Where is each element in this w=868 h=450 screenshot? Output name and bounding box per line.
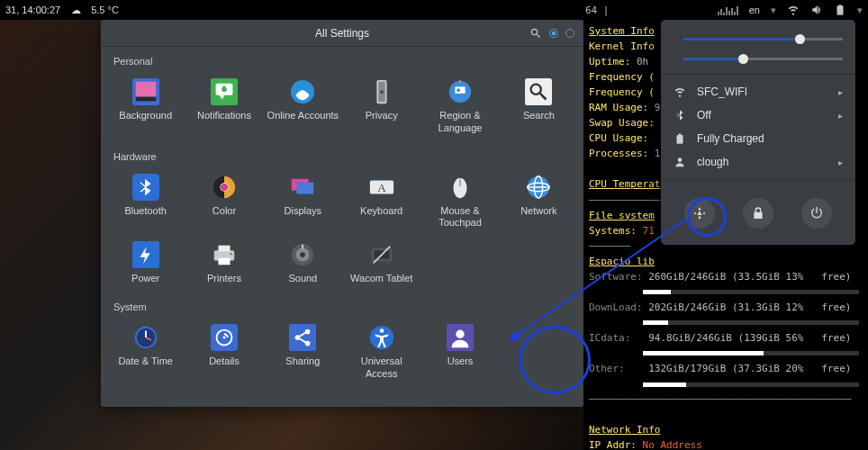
settings-item-universal[interactable]: Universal Access — [342, 318, 420, 386]
settings-item-privacy[interactable]: Privacy — [342, 72, 420, 140]
svg-rect-62 — [677, 135, 683, 144]
svg-point-64 — [678, 158, 683, 162]
chevron-right-icon: ▸ — [838, 158, 843, 167]
user-icon — [674, 156, 686, 168]
settings-item-bluetooth[interactable]: Bluetooth — [106, 167, 185, 236]
settings-header: All Settings — [101, 20, 583, 47]
settings-item-label: Bluetooth — [124, 205, 166, 218]
datetime-icon — [131, 323, 160, 352]
wacom-icon — [367, 240, 396, 269]
settings-item-online-accounts[interactable]: Online Accounts — [264, 72, 342, 140]
settings-item-sharing[interactable]: Sharing — [264, 318, 342, 386]
sharing-icon — [288, 323, 317, 352]
menu-item-label: SFC_WIFI — [697, 86, 747, 98]
settings-action-button[interactable] — [684, 198, 715, 229]
settings-item-label: Sharing — [285, 356, 320, 368]
settings-item-label: Wacom Tablet — [350, 273, 412, 285]
search-icon[interactable] — [529, 27, 542, 40]
battery-icon[interactable] — [834, 4, 846, 16]
settings-item-wacom[interactable]: Wacom Tablet — [342, 235, 420, 291]
category-label: Hardware — [101, 142, 583, 164]
settings-item-label: Notifications — [197, 110, 251, 122]
settings-item-label: Color — [212, 205, 236, 218]
menu-item-wifi[interactable]: SFC_WIFI ▸ — [661, 80, 855, 104]
clock: 31, 14:00:27 — [5, 4, 60, 15]
chevron-right-icon: ▸ — [838, 87, 843, 97]
language-indicator[interactable]: en — [749, 4, 760, 15]
settings-item-label: Online Accounts — [267, 110, 339, 122]
displays-icon — [288, 173, 317, 202]
settings-item-label: Search — [523, 110, 555, 122]
temperature: 5.5 °C — [91, 4, 119, 15]
view-toggle-list[interactable] — [565, 29, 574, 38]
svg-point-13 — [457, 88, 460, 92]
volume-icon[interactable] — [810, 4, 823, 16]
settings-item-label: Universal Access — [344, 356, 419, 381]
settings-item-printers[interactable]: Printers — [185, 235, 263, 291]
settings-item-label: Privacy — [366, 110, 398, 122]
settings-item-sound[interactable]: Sound — [264, 235, 342, 291]
svg-rect-6 — [223, 86, 226, 88]
svg-rect-23 — [297, 182, 314, 194]
settings-item-label: Background — [119, 110, 172, 122]
chevron-right-icon: ▸ — [838, 111, 843, 121]
settings-item-search[interactable]: Search — [500, 72, 578, 140]
menu-item-user[interactable]: clough ▸ — [661, 150, 855, 174]
svg-point-21 — [221, 184, 228, 191]
settings-item-datetime[interactable]: Date & Time — [106, 318, 185, 386]
settings-item-label: Region & Language — [422, 110, 497, 135]
svg-point-36 — [230, 253, 232, 256]
settings-item-mouse[interactable]: Mouse & Touchpad — [420, 167, 499, 236]
settings-item-color[interactable]: Color — [185, 167, 263, 236]
settings-item-label: Details — [209, 356, 240, 368]
menu-item-bluetooth[interactable]: Off ▸ — [661, 104, 855, 127]
settings-item-label: Users — [448, 356, 474, 368]
menu-item-label: Off — [697, 109, 711, 122]
volume-slider[interactable] — [683, 38, 843, 40]
svg-point-58 — [379, 328, 384, 333]
users-icon — [446, 323, 475, 352]
power-icon — [131, 240, 160, 269]
brightness-slider-row — [661, 49, 855, 68]
svg-rect-14 — [525, 78, 552, 105]
svg-rect-51 — [289, 324, 316, 351]
settings-item-details[interactable]: Details — [185, 318, 263, 386]
settings-item-notifications[interactable]: Notifications — [185, 72, 263, 140]
wifi-icon[interactable] — [787, 4, 800, 16]
lock-action-button[interactable] — [743, 198, 773, 229]
universal-icon — [367, 323, 396, 352]
color-icon — [210, 173, 239, 202]
power-action-button[interactable] — [801, 198, 832, 229]
settings-item-power[interactable]: Power — [106, 235, 185, 291]
settings-item-label: Mouse & Touchpad — [422, 205, 497, 230]
system-menu-popover: SFC_WIFI ▸ Off ▸ Fully Charged clough ▸ — [661, 20, 855, 245]
settings-window: All Settings PersonalBackgroundNotificat… — [101, 20, 583, 407]
battery-icon — [674, 132, 686, 145]
region-icon — [446, 77, 475, 106]
privacy-icon — [367, 77, 396, 106]
activity-graph-icon — [718, 4, 738, 15]
language-chevron-icon: ▾ — [771, 4, 776, 16]
settings-item-region[interactable]: Region & Language — [420, 72, 499, 140]
settings-item-displays[interactable]: Displays — [264, 167, 342, 236]
settings-item-label: Displays — [285, 205, 322, 218]
view-toggle-grid[interactable] — [549, 29, 558, 38]
svg-rect-40 — [302, 245, 303, 249]
mouse-icon — [446, 173, 475, 202]
settings-item-keyboard[interactable]: AKeyboard — [342, 167, 420, 236]
network-icon — [524, 173, 553, 202]
bluetooth-icon — [674, 109, 686, 122]
settings-item-background[interactable]: Background — [106, 72, 185, 140]
svg-rect-34 — [218, 246, 230, 252]
search-icon — [524, 77, 553, 106]
online-accounts-icon — [288, 77, 317, 106]
menu-item-battery[interactable]: Fully Charged — [661, 127, 855, 150]
details-icon — [210, 323, 239, 352]
notifications-icon — [210, 77, 239, 106]
settings-item-network[interactable]: Network — [500, 167, 578, 236]
settings-item-users[interactable]: Users — [420, 318, 499, 386]
system-menu-chevron-icon[interactable]: ▾ — [857, 4, 863, 16]
wifi-icon — [674, 86, 686, 98]
settings-item-label: Network — [520, 205, 556, 218]
brightness-slider[interactable] — [683, 58, 843, 60]
